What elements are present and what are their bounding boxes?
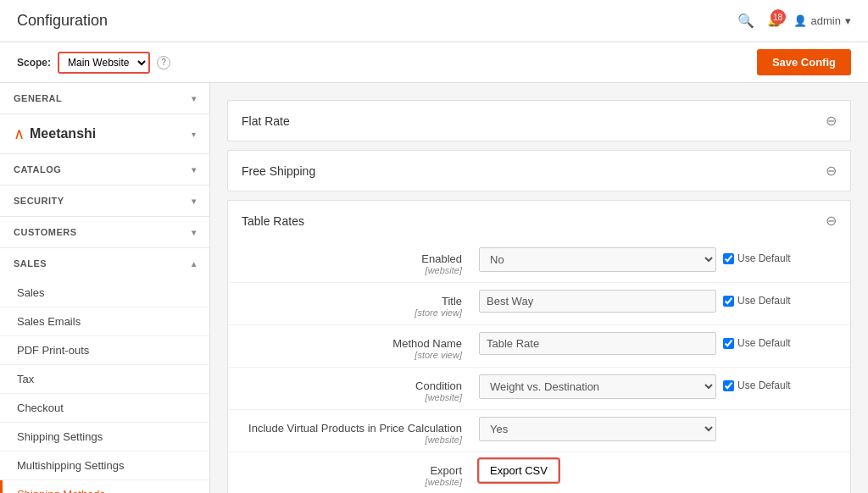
sidebar-item-multishipping-settings[interactable]: Multishipping Settings bbox=[0, 451, 209, 480]
row-condition: Condition [website] Weight vs. Destinati… bbox=[228, 367, 850, 409]
sidebar-header-catalog[interactable]: CATALOG ▾ bbox=[0, 154, 209, 185]
sidebar-header-customers[interactable]: CUSTOMERS ▾ bbox=[0, 217, 209, 247]
free-shipping-collapse-icon: ⊖ bbox=[826, 163, 837, 179]
sidebar-customers-label: CUSTOMERS bbox=[14, 227, 77, 237]
customers-chevron-icon: ▾ bbox=[192, 228, 197, 237]
admin-label: admin bbox=[811, 14, 841, 27]
meetanshi-logo-icon: ∧ bbox=[14, 125, 25, 143]
table-rates-section: Table Rates ⊖ Enabled [website] No bbox=[227, 200, 851, 493]
flat-rate-header[interactable]: Flat Rate ⊖ bbox=[228, 101, 850, 141]
catalog-chevron-icon: ▾ bbox=[192, 165, 197, 174]
page-title: Configuration bbox=[17, 12, 108, 30]
sidebar-header-security[interactable]: SECURITY ▾ bbox=[0, 186, 209, 216]
row-enabled: Enabled [website] No Use Default bbox=[228, 241, 850, 282]
title-control: Use Default bbox=[479, 290, 837, 313]
enabled-select[interactable]: No bbox=[479, 247, 716, 272]
sidebar-item-shipping-methods[interactable]: Shipping Methods bbox=[0, 480, 209, 493]
scope-bar: Scope: Main Website ? Save Config bbox=[0, 42, 868, 83]
export-control: Export CSV bbox=[479, 459, 837, 482]
scope-select[interactable]: Main Website bbox=[58, 52, 150, 74]
sidebar-catalog-label: CATALOG bbox=[14, 164, 61, 174]
free-shipping-section: Free Shipping ⊖ bbox=[227, 150, 851, 191]
table-rates-collapse-icon: ⊖ bbox=[826, 213, 837, 229]
header-left: Configuration bbox=[17, 12, 108, 30]
sidebar-general-label: GENERAL bbox=[14, 93, 62, 103]
user-icon: 👤 bbox=[793, 14, 807, 27]
sidebar-item-sales-emails[interactable]: Sales Emails bbox=[0, 307, 209, 336]
include-virtual-control: Yes bbox=[479, 417, 837, 441]
method-name-use-default-label: Use Default bbox=[737, 337, 791, 349]
title-use-default-label: Use Default bbox=[737, 295, 791, 307]
row-include-virtual: Include Virtual Products in Price Calcul… bbox=[228, 409, 850, 451]
admin-user-menu[interactable]: 👤 admin ▾ bbox=[793, 14, 851, 27]
layout: GENERAL ▾ ∧ Meetanshi ▾ CATALOG ▾ SECURI… bbox=[0, 83, 868, 493]
sidebar-sales-items: Sales Sales Emails PDF Print-outs Tax Ch… bbox=[0, 279, 209, 493]
sidebar-section-security: SECURITY ▾ bbox=[0, 186, 209, 217]
sidebar-item-sales[interactable]: Sales bbox=[0, 279, 209, 307]
header: Configuration 🔍 🔔 18 👤 admin ▾ bbox=[0, 0, 868, 42]
sidebar-section-catalog: CATALOG ▾ bbox=[0, 154, 209, 186]
row-export: Export [website] Export CSV bbox=[228, 451, 850, 493]
condition-control: Weight vs. Destination Use Default bbox=[479, 374, 837, 399]
row-title: Title [store view] Use Default bbox=[228, 282, 850, 324]
table-rates-title: Table Rates bbox=[242, 214, 304, 228]
sidebar-header-sales[interactable]: SALES ▴ bbox=[0, 248, 209, 279]
title-use-default-checkbox[interactable] bbox=[723, 296, 734, 307]
search-icon[interactable]: 🔍 bbox=[737, 13, 754, 29]
condition-use-default-checkbox[interactable] bbox=[723, 380, 734, 391]
condition-select[interactable]: Weight vs. Destination bbox=[479, 374, 716, 399]
header-right: 🔍 🔔 18 👤 admin ▾ bbox=[737, 13, 851, 29]
enabled-use-default-checkbox[interactable] bbox=[723, 253, 734, 264]
scope-help-icon[interactable]: ? bbox=[157, 56, 170, 69]
sales-chevron-icon: ▴ bbox=[192, 259, 197, 269]
enabled-control: No Use Default bbox=[479, 247, 837, 272]
sidebar-header-general[interactable]: GENERAL ▾ bbox=[0, 83, 209, 114]
scope-left: Scope: Main Website ? bbox=[17, 52, 170, 74]
sidebar-sales-label: SALES bbox=[14, 258, 47, 269]
condition-use-default-wrap: Use Default bbox=[723, 379, 791, 391]
method-name-control: Use Default bbox=[479, 332, 837, 355]
meetanshi-brand-label: Meetanshi bbox=[30, 126, 96, 141]
flat-rate-section: Flat Rate ⊖ bbox=[227, 100, 851, 141]
method-name-use-default-checkbox[interactable] bbox=[723, 338, 734, 349]
enabled-label: Enabled [website] bbox=[242, 247, 479, 275]
include-virtual-label: Include Virtual Products in Price Calcul… bbox=[242, 417, 479, 445]
save-config-button[interactable]: Save Config bbox=[757, 49, 851, 75]
free-shipping-title: Free Shipping bbox=[242, 164, 315, 178]
main-content: Flat Rate ⊖ Free Shipping ⊖ Table Rates … bbox=[210, 83, 868, 493]
scope-label: Scope: bbox=[17, 57, 51, 69]
meetanshi-chevron-icon: ▾ bbox=[192, 130, 196, 139]
export-label: Export [website] bbox=[242, 459, 479, 487]
title-input[interactable] bbox=[479, 290, 716, 313]
notification-bell[interactable]: 🔔 18 bbox=[767, 14, 781, 27]
sidebar-section-sales: SALES ▴ Sales Sales Emails PDF Print-out… bbox=[0, 248, 209, 493]
sidebar-item-pdf-print-outs[interactable]: PDF Print-outs bbox=[0, 336, 209, 365]
include-virtual-select[interactable]: Yes bbox=[479, 417, 716, 441]
method-name-input[interactable] bbox=[479, 332, 716, 355]
general-chevron-icon: ▾ bbox=[192, 94, 197, 103]
sidebar-section-customers: CUSTOMERS ▾ bbox=[0, 217, 209, 248]
flat-rate-title: Flat Rate bbox=[242, 114, 290, 128]
method-name-label: Method Name [store view] bbox=[242, 332, 479, 360]
table-rates-header[interactable]: Table Rates ⊖ bbox=[228, 201, 850, 241]
sidebar-item-shipping-settings[interactable]: Shipping Settings bbox=[0, 423, 209, 451]
method-name-use-default-wrap: Use Default bbox=[723, 337, 791, 349]
flat-rate-collapse-icon: ⊖ bbox=[826, 113, 837, 129]
table-rates-body: Enabled [website] No Use Default bbox=[228, 241, 850, 493]
admin-chevron-icon: ▾ bbox=[845, 14, 851, 27]
row-method-name: Method Name [store view] Use Default bbox=[228, 324, 850, 367]
export-csv-button[interactable]: Export CSV bbox=[479, 459, 559, 482]
sidebar-section-general: GENERAL ▾ bbox=[0, 83, 209, 114]
sidebar-item-checkout[interactable]: Checkout bbox=[0, 394, 209, 423]
security-chevron-icon: ▾ bbox=[192, 197, 197, 206]
condition-label: Condition [website] bbox=[242, 374, 479, 402]
sidebar-brand[interactable]: ∧ Meetanshi ▾ bbox=[0, 114, 209, 154]
sidebar: GENERAL ▾ ∧ Meetanshi ▾ CATALOG ▾ SECURI… bbox=[0, 83, 210, 493]
free-shipping-header[interactable]: Free Shipping ⊖ bbox=[228, 151, 850, 191]
sidebar-security-label: SECURITY bbox=[14, 196, 64, 206]
title-use-default-wrap: Use Default bbox=[723, 295, 791, 307]
sidebar-item-tax[interactable]: Tax bbox=[0, 365, 209, 394]
enabled-use-default-wrap: Use Default bbox=[723, 252, 791, 264]
enabled-use-default-label: Use Default bbox=[737, 252, 791, 264]
condition-use-default-label: Use Default bbox=[737, 379, 791, 391]
